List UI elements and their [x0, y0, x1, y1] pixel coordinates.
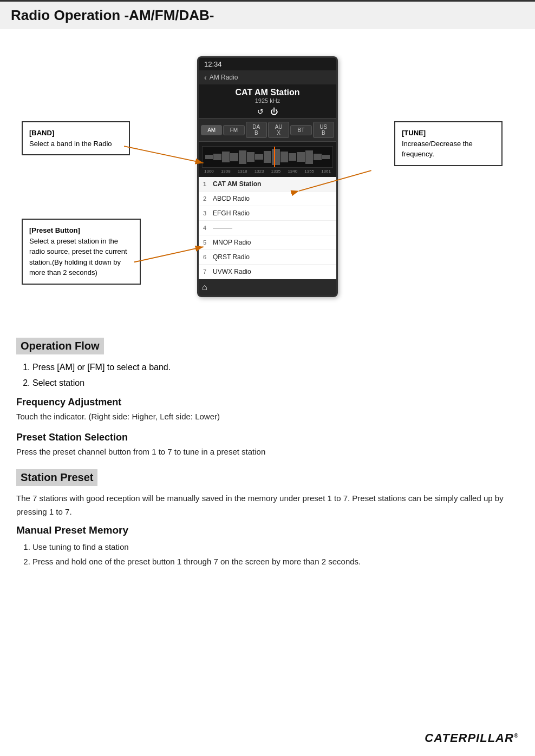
diagram-section: [BAND] Select a band in the Radio [TUNE]…	[16, 40, 519, 321]
wave-bar	[305, 150, 313, 164]
wave-bar	[280, 152, 288, 162]
phone-footer: ⌂	[199, 279, 336, 295]
freq-tick: 1318	[238, 169, 247, 174]
preset-name: CAT AM Station	[213, 180, 332, 188]
wave-bar	[247, 152, 255, 162]
operation-flow-section: Operation Flow Press [AM] or [FM] to sel…	[16, 338, 519, 458]
phone-station-name: CAT AM Station	[199, 88, 336, 97]
preset-item-6[interactable]: 6 QRST Radio	[199, 250, 336, 265]
station-preset-section: Station Preset The 7 stations with good …	[16, 469, 519, 569]
preset-item-4[interactable]: 4 ———	[199, 221, 336, 235]
band-btn-usb[interactable]: USB	[313, 122, 334, 138]
freq-adj-heading: Frequency Adjustment	[16, 397, 519, 408]
preset-item-2[interactable]: 2 ABCD Radio	[199, 192, 336, 206]
band-callout-label: [BAND]	[29, 128, 122, 139]
preset-item-7[interactable]: 7 UVWX Radio	[199, 265, 336, 279]
preset-num: 2	[203, 195, 213, 202]
phone-status-bar: 12:34	[199, 58, 336, 70]
back-arrow-icon: ‹	[204, 73, 207, 82]
band-btn-aux[interactable]: AUX	[268, 122, 289, 138]
preset-num: 3	[203, 210, 213, 216]
freq-tick: 1308	[221, 169, 231, 174]
op-step-2: Select station	[32, 376, 519, 391]
freq-tick: 1340	[288, 169, 297, 174]
preset-item-1[interactable]: 1 CAT AM Station	[199, 177, 336, 192]
band-btn-dab[interactable]: DAB	[246, 122, 267, 138]
undo-icon: ↺	[257, 107, 264, 116]
preset-num: 7	[203, 268, 213, 275]
frequency-indicator	[274, 147, 275, 167]
freq-tick: 1335	[271, 169, 281, 174]
manual-preset-list: Use tuning to find a station Press and h…	[16, 540, 519, 569]
preset-sel-heading: Preset Station Selection	[16, 432, 519, 443]
freq-tick: 1323	[255, 169, 264, 174]
freq-adj-text: Touch the indicator. (Right side: Higher…	[16, 410, 519, 423]
frequency-bar-container: 1300 1308 1318 1323 1335 1340 1355 1361	[199, 142, 336, 177]
page-header: Radio Operation -AM/FM/DAB-	[0, 0, 535, 29]
freq-tick: 1300	[204, 169, 214, 174]
page-title: Radio Operation -AM/FM/DAB-	[11, 7, 524, 24]
svg-line-4	[134, 247, 204, 262]
cat-logo-text: CATERPILLAR	[425, 731, 514, 745]
caterpillar-logo: CATERPILLAR®	[425, 731, 519, 745]
preset-name: QRST Radio	[213, 253, 332, 261]
preset-sel-text: Press the preset channel button from 1 t…	[16, 445, 519, 458]
phone-time: 12:34	[204, 60, 222, 68]
operation-flow-heading: Operation Flow	[16, 338, 104, 354]
band-btn-bt[interactable]: BT	[290, 125, 311, 135]
manual-preset-step-2: Press and hold one of the preset button …	[32, 554, 519, 569]
wave-bar	[255, 154, 263, 160]
station-preset-heading: Station Preset	[16, 469, 97, 486]
preset-list: 1 CAT AM Station 2 ABCD Radio 3 EFGH Rad…	[199, 177, 336, 279]
svg-line-2	[124, 146, 204, 163]
preset-item-3[interactable]: 3 EFGH Radio	[199, 206, 336, 221]
preset-name: ABCD Radio	[213, 195, 332, 202]
manual-preset-heading: Manual Preset Memory	[16, 524, 519, 536]
power-icon: ⏻	[270, 107, 278, 116]
preset-num: 6	[203, 254, 213, 260]
trademark-symbol: ®	[514, 732, 519, 739]
content-area: [BAND] Select a band in the Radio [TUNE]…	[0, 40, 535, 569]
frequency-waves	[205, 149, 330, 165]
preset-num: 4	[203, 225, 213, 231]
wave-bar	[213, 154, 221, 160]
preset-item-5[interactable]: 5 MNOP Radio	[199, 235, 336, 250]
home-icon[interactable]: ⌂	[202, 282, 207, 292]
preset-num: 1	[203, 181, 213, 187]
phone-mockup: 12:34 ‹ AM Radio CAT AM Station 1925 kHz…	[197, 56, 338, 297]
wave-bar	[222, 152, 230, 162]
tune-callout-box: [TUNE] Increase/Decrease the frequency.	[394, 121, 503, 166]
wave-bar	[230, 153, 238, 161]
op-step-1: Press [AM] or [FM] to select a band.	[32, 360, 519, 376]
band-btn-fm[interactable]: FM	[223, 125, 244, 135]
operation-flow-list: Press [AM] or [FM] to select a band. Sel…	[16, 360, 519, 391]
wave-bar	[264, 151, 271, 163]
phone-nav-bar: ‹ AM Radio	[199, 70, 336, 84]
freq-tick: 1355	[304, 169, 314, 174]
wave-bar	[289, 153, 296, 161]
band-buttons-row: AM FM DAB AUX BT USB	[199, 118, 336, 142]
preset-name: MNOP Radio	[213, 239, 332, 246]
preset-num: 5	[203, 239, 213, 246]
manual-preset-step-1: Use tuning to find a station	[32, 540, 519, 554]
station-preset-body: The 7 stations with good reception will …	[16, 491, 519, 519]
wave-bar	[322, 155, 330, 159]
tune-callout-text: Increase/Decrease the frequency.	[402, 139, 495, 160]
page-footer: CATERPILLAR®	[425, 731, 519, 745]
frequency-bar	[202, 146, 333, 168]
wave-bar	[239, 150, 246, 164]
preset-callout-label: [Preset Button]	[29, 225, 133, 236]
wave-bar	[272, 149, 279, 165]
band-callout-text: Select a band in the Radio	[29, 139, 122, 149]
phone-nav-label: AM Radio	[210, 74, 238, 81]
phone-station-info: CAT AM Station 1925 kHz	[199, 84, 336, 105]
phone-control-icons: ↺ ⏻	[199, 105, 336, 118]
band-btn-am[interactable]: AM	[201, 125, 222, 135]
wave-bar	[205, 155, 213, 159]
tune-callout-label: [TUNE]	[402, 128, 495, 139]
phone-frequency: 1925 kHz	[199, 97, 336, 104]
band-callout-box: [BAND] Select a band in the Radio	[22, 121, 130, 155]
freq-tick: 1361	[321, 169, 331, 174]
wave-bar	[297, 152, 304, 162]
preset-name: UVWX Radio	[213, 268, 332, 275]
